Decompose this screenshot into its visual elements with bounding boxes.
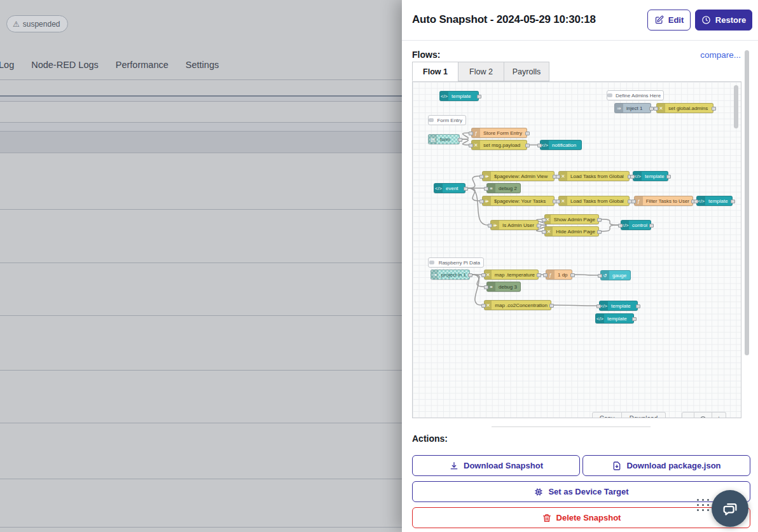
flow-canvas: Copy Download + </>templateDefine Admins… bbox=[412, 81, 741, 418]
input-port bbox=[479, 200, 484, 203]
flow-node: </>event bbox=[434, 183, 465, 193]
divider bbox=[0, 315, 402, 316]
divider bbox=[0, 370, 402, 371]
output-port bbox=[712, 107, 716, 111]
output-port bbox=[570, 273, 575, 277]
output-port bbox=[597, 218, 602, 222]
flow-node-label: Load Tasks from Global bbox=[567, 172, 627, 181]
flow-node-label: $pageview: Your Tasks bbox=[491, 196, 549, 205]
flow-node: Raspberry Pi Data bbox=[428, 257, 484, 268]
input-port bbox=[481, 304, 486, 308]
input-port bbox=[488, 224, 492, 228]
output-port bbox=[537, 224, 541, 228]
tab-flow-1[interactable]: Flow 1 bbox=[412, 62, 458, 81]
download-package-button[interactable]: Download package.json bbox=[582, 455, 750, 476]
flow-node: ▤form bbox=[428, 134, 460, 144]
tab-payrolls[interactable]: Payrolls bbox=[504, 62, 549, 81]
input-port bbox=[694, 200, 698, 203]
flow-node: ⋔$pageview: Admin View bbox=[482, 171, 555, 181]
flow-wires bbox=[413, 82, 741, 418]
drawer-scrollbar[interactable] bbox=[745, 50, 749, 355]
flow-node: ƒStore Form Entry bbox=[471, 128, 527, 138]
flow-node-label: Hide Admin Page bbox=[553, 227, 598, 236]
nav-tab-log[interactable]: Log bbox=[0, 60, 14, 70]
flow-node: ✕Load Tasks from Global bbox=[558, 196, 630, 206]
flow-node-label: Load Tasks from Global bbox=[567, 196, 627, 205]
nav-tab-performance[interactable]: Performance bbox=[116, 60, 169, 70]
flow-node-label: set global.admins bbox=[665, 104, 711, 113]
edit-button[interactable]: Edit bbox=[647, 10, 691, 31]
flow-node: ✕map .co2Concentration bbox=[484, 300, 551, 310]
input-port bbox=[556, 175, 560, 179]
code-icon: </> bbox=[596, 314, 604, 323]
input-port bbox=[631, 200, 636, 203]
download-snapshot-button[interactable]: Download Snapshot bbox=[412, 455, 580, 476]
flow-node: Form Entry bbox=[428, 115, 466, 125]
flows-label: Flows: bbox=[412, 50, 440, 60]
output-port bbox=[468, 273, 472, 277]
input-port bbox=[543, 273, 548, 277]
nav-tab-settings[interactable]: Settings bbox=[186, 60, 219, 70]
flow-node-label: debug 2 bbox=[495, 184, 520, 193]
flow-node: ≡debug 2 bbox=[486, 183, 521, 193]
divider bbox=[0, 209, 402, 210]
horizontal-scrollbar[interactable] bbox=[492, 426, 651, 427]
trash-icon bbox=[542, 513, 552, 523]
restore-button[interactable]: Restore bbox=[695, 10, 752, 31]
download-snapshot-label: Download Snapshot bbox=[464, 461, 543, 470]
flow-node-label: control bbox=[629, 221, 651, 229]
flow-node-label: map .co2Concentration bbox=[492, 301, 551, 310]
bubble-icon bbox=[607, 91, 612, 100]
output-port bbox=[636, 304, 640, 308]
chip-icon bbox=[534, 487, 544, 497]
flow-node-label: Store Form Entry bbox=[480, 128, 525, 137]
table-header-row bbox=[0, 97, 402, 101]
flow-node-label: Define Admins Here bbox=[612, 91, 664, 100]
flow-node: </>template bbox=[595, 313, 634, 324]
flow-node: </>notification bbox=[540, 140, 582, 150]
flow-node-label: template bbox=[608, 301, 634, 310]
clock-icon bbox=[701, 15, 711, 25]
flow-node: ⋔Is Admin User bbox=[490, 220, 539, 230]
divider bbox=[0, 153, 402, 153]
bubble-icon bbox=[429, 258, 436, 267]
input-port bbox=[481, 273, 486, 277]
set-device-target-label: Set as Device Target bbox=[548, 487, 628, 496]
tab-flow-2[interactable]: Flow 2 bbox=[458, 62, 504, 81]
code-icon: </> bbox=[440, 92, 448, 100]
input-port bbox=[598, 274, 602, 278]
file-download-icon bbox=[612, 461, 622, 471]
flow-node: ✕Load Tasks from Global bbox=[558, 171, 630, 181]
drag-handle-dots[interactable] bbox=[697, 499, 709, 511]
divider bbox=[0, 263, 402, 263]
flow-node-label: template bbox=[705, 196, 731, 205]
output-port bbox=[597, 230, 602, 234]
status-badge: ⚠ suspended bbox=[6, 15, 68, 32]
input-port bbox=[596, 304, 601, 308]
code-icon: </> bbox=[434, 184, 443, 193]
input-port bbox=[542, 230, 546, 234]
output-port bbox=[525, 144, 530, 147]
flow-node: ✕Show Admin Page bbox=[544, 214, 599, 224]
flow-node: </>template bbox=[599, 301, 638, 311]
nav-tab-nodered-logs[interactable]: Node-RED Logs bbox=[31, 60, 99, 70]
download-icon bbox=[449, 461, 459, 471]
drawer-header: Auto Snapshot - 2024-05-29 10:30:18 Edit… bbox=[402, 0, 758, 41]
flow-node-label: map .temperature bbox=[492, 270, 538, 279]
compare-link[interactable]: compare... bbox=[700, 50, 741, 60]
flow-node-label: form bbox=[437, 135, 453, 144]
chat-widget-button[interactable] bbox=[712, 490, 748, 527]
flow-node: ≡debug 3 bbox=[486, 282, 521, 292]
flow-node: ⋔$pageview: Your Tasks bbox=[482, 196, 555, 206]
flow-node: ƒ1 dp bbox=[546, 269, 572, 280]
flow-node-label: Filter Tasks to User bbox=[643, 196, 693, 205]
flow-node: ✕map .temperature bbox=[484, 269, 539, 280]
output-port bbox=[525, 132, 530, 135]
flow-node-label: project in 1 bbox=[438, 270, 469, 279]
table-row-selected bbox=[0, 132, 402, 153]
divider bbox=[0, 527, 402, 528]
input-port bbox=[537, 144, 542, 147]
flow-node: ✕set msg.payload bbox=[471, 140, 527, 150]
table-row bbox=[0, 123, 402, 131]
flow-node-label: template bbox=[642, 172, 668, 181]
